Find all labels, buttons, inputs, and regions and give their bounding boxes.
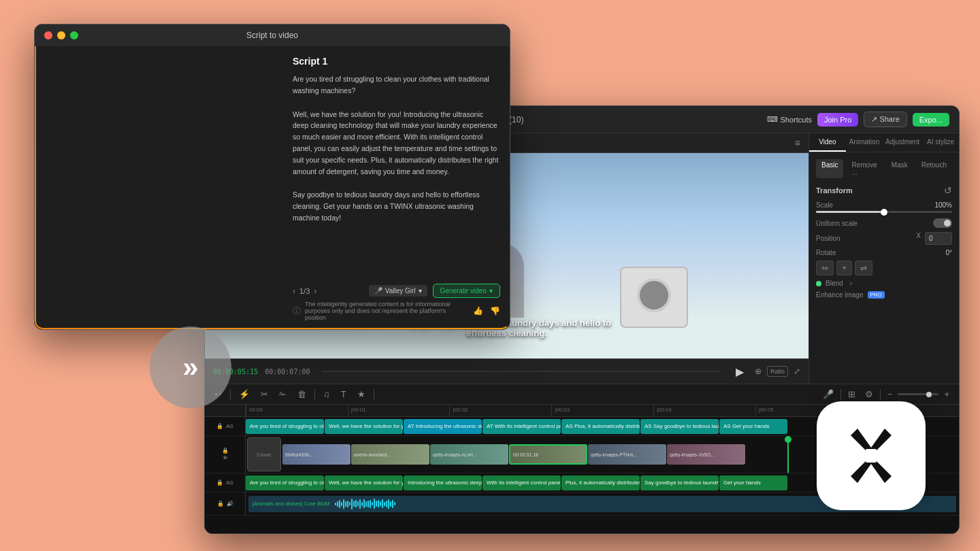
- scale-slider[interactable]: [816, 211, 952, 213]
- fullscreen-icon[interactable]: ⊕: [755, 367, 762, 376]
- cut-button[interactable]: ✁: [276, 388, 289, 401]
- next-page-btn[interactable]: ›: [314, 286, 316, 296]
- script-title: Script 1: [293, 56, 500, 67]
- delete-button[interactable]: 🗑: [295, 388, 309, 401]
- text-track-label: 🔒 AS: [205, 417, 246, 435]
- selling-points-input[interactable]: Ultrasonic deep cleaning, Intelligent co…: [162, 124, 274, 152]
- sub-clip-2[interactable]: Well, we have the solution for youl: [325, 475, 403, 490]
- expand-icon[interactable]: ⤢: [794, 367, 800, 376]
- sub-clip-4[interactable]: With its intelligent control panel, yo: [483, 475, 561, 490]
- share-button[interactable]: ↗ Share: [864, 112, 906, 127]
- video-clip-4-active[interactable]: 00:00:01:18: [509, 444, 587, 465]
- duration-45s[interactable]: 45s: [242, 216, 265, 229]
- split-button[interactable]: ⚡: [236, 388, 252, 401]
- tab-video[interactable]: Video: [809, 133, 846, 152]
- sub-clip-3[interactable]: Introducing the ultrasonic deep cle: [404, 475, 482, 490]
- tab-animation[interactable]: Animation: [846, 133, 883, 152]
- sub-tab-remove[interactable]: Remove ...: [846, 159, 883, 178]
- clip-text-5[interactable]: AS Plus, it automatically distributes t: [561, 419, 640, 434]
- games-icon: [44, 120, 52, 128]
- audio-button[interactable]: ♫: [321, 388, 333, 401]
- join-pro-button[interactable]: Join Pro: [817, 113, 858, 127]
- mic-icon: 🎤: [374, 287, 382, 295]
- trim-button[interactable]: ✂: [258, 388, 271, 401]
- sidebar-item-relations[interactable]: Relations: [35, 146, 153, 161]
- sub-tab-mask[interactable]: Mask: [886, 159, 913, 178]
- brand-name-input[interactable]: [162, 95, 274, 109]
- sidebar-item-cooking[interactable]: Cooking tutorials: [35, 176, 153, 191]
- clip-text-6[interactable]: AS Say goodbye to tedious laundry: [640, 419, 719, 434]
- dislike-icon[interactable]: 👎: [490, 306, 500, 316]
- clip-text-4[interactable]: AT With its intelligent control panel,: [483, 419, 561, 434]
- transform-section-header: Transform ↺: [816, 185, 952, 196]
- sticker-button[interactable]: ★: [355, 388, 368, 401]
- product-name-input[interactable]: [162, 65, 274, 79]
- zoom-out-button[interactable]: −: [885, 388, 896, 401]
- blend-expand-icon[interactable]: ›: [850, 280, 852, 287]
- tab-adjustment[interactable]: Adjustment: [883, 133, 922, 152]
- video-clip-1[interactable]: 684bd430b...: [282, 444, 350, 465]
- mic-tl-button[interactable]: 🎤: [820, 388, 836, 401]
- like-icon[interactable]: 👍: [473, 306, 483, 316]
- play-button[interactable]: ▶: [732, 363, 748, 380]
- expand-dot[interactable]: [70, 31, 78, 39]
- sub-tab-retouch[interactable]: Retouch: [916, 159, 952, 178]
- ratio-button[interactable]: Ratio: [767, 366, 788, 377]
- minimize-dot[interactable]: [57, 31, 65, 39]
- sidebar-item-other[interactable]: Other: [35, 206, 153, 221]
- player-menu-icon[interactable]: ≡: [795, 137, 800, 148]
- duration-1m[interactable]: 1m: [162, 232, 184, 245]
- duration-15s[interactable]: 15s: [189, 216, 212, 229]
- uniform-scale-toggle[interactable]: [933, 218, 952, 228]
- clip-text-7[interactable]: AS Get your hands: [719, 419, 787, 434]
- sub-clip-6[interactable]: Say goodbye to tedious laundry da: [640, 475, 719, 490]
- video-clip-6[interactable]: getty-images-Vs5O...: [667, 444, 745, 465]
- generate-video-button[interactable]: Generate video ▾: [433, 284, 500, 298]
- target-audience-input[interactable]: Urban white-collar workers, household us…: [162, 170, 274, 197]
- sidebar-item-life-stories[interactable]: Life stories: [35, 161, 153, 176]
- scale-thumb[interactable]: [881, 209, 887, 216]
- flip-v-button[interactable]: +: [836, 261, 852, 276]
- zoom-tracks-button[interactable]: ⊞: [845, 388, 858, 401]
- cover-box[interactable]: Cover: [247, 437, 281, 471]
- duration-any[interactable]: Any: [162, 216, 186, 229]
- zoom-in-button[interactable]: +: [941, 388, 952, 401]
- pos-x-input[interactable]: [925, 232, 952, 245]
- sidebar-item-games[interactable]: Games: [35, 116, 153, 131]
- voice-selector[interactable]: 🎤 Valley Girl ▾: [369, 285, 427, 297]
- sidebar-item-commercials[interactable]: Commercials: [35, 131, 153, 146]
- app-icon: [817, 401, 926, 510]
- prev-page-btn[interactable]: ‹: [293, 286, 295, 296]
- price-input[interactable]: [162, 261, 274, 275]
- clip-text-2[interactable]: Well, we have the solution for you: [325, 419, 403, 434]
- export-button[interactable]: Expo...: [913, 113, 949, 127]
- tab-ai-stylize[interactable]: AI stylize: [922, 133, 959, 152]
- position-row: Position X: [816, 232, 952, 245]
- video-clip-3[interactable]: getty-images-nLvH...: [430, 444, 508, 465]
- sub-clip-1[interactable]: Are you tired of struggling to clear: [246, 475, 324, 490]
- sub-clip-7[interactable]: Get your hands: [719, 475, 787, 490]
- regenerate-button[interactable]: ↻ Regenerate: [162, 295, 274, 313]
- write-own-item[interactable]: ✏ Write your own script: [35, 70, 153, 86]
- close-dot[interactable]: [44, 31, 52, 39]
- shortcuts-button[interactable]: ⌨ Shortcuts: [767, 115, 812, 124]
- uniform-scale-row: Uniform scale: [816, 218, 952, 228]
- clip-text-1[interactable]: Are you tired of struggling to clea: [246, 419, 324, 434]
- duration-30s[interactable]: 30s: [216, 216, 239, 229]
- sub-tab-basic[interactable]: Basic: [816, 159, 843, 178]
- clip-text-3[interactable]: AT Introducing the ultrasonic deep cl: [404, 419, 482, 434]
- text-button[interactable]: T: [338, 388, 349, 401]
- video-clip-2[interactable]: averie-woodard...: [351, 444, 429, 465]
- video-clip-5[interactable]: getty-images-PTNm...: [588, 444, 666, 465]
- reset-transform-icon[interactable]: ↺: [944, 185, 952, 196]
- align-button[interactable]: ⇌: [855, 261, 872, 276]
- zoom-slider[interactable]: [898, 393, 938, 395]
- tl-sep-4: [840, 389, 841, 400]
- eye-icon[interactable]: 👁: [223, 455, 228, 461]
- sub-clip-5[interactable]: Plus, it automatically distributes th: [561, 475, 640, 490]
- tl-settings-button[interactable]: ⚙: [862, 388, 876, 401]
- progress-bar[interactable]: [322, 371, 719, 372]
- sidebar-item-movies[interactable]: Movies and TVs: [35, 101, 153, 116]
- sidebar-item-tech[interactable]: Tech info: [35, 191, 153, 206]
- flip-h-button[interactable]: ⇔: [816, 261, 834, 276]
